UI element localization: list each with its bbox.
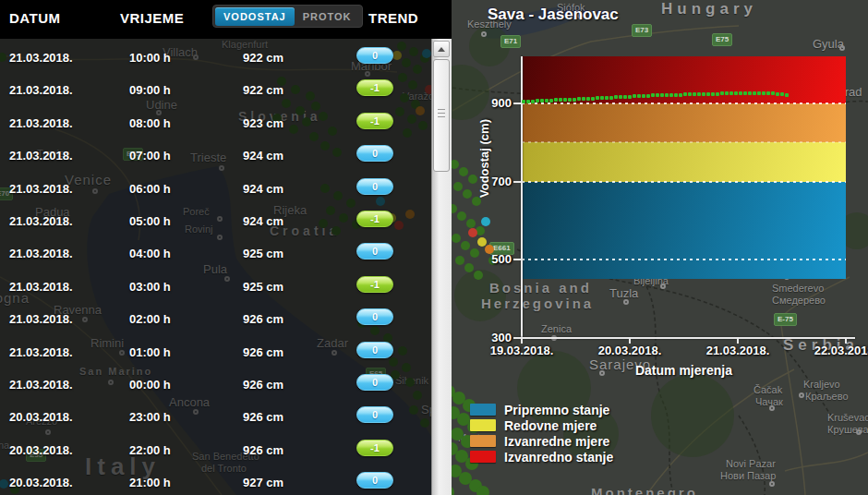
table-row[interactable]: 21.03.2018.03:00 h925 cm-1: [0, 272, 431, 304]
y-tick-label: 300: [475, 331, 512, 344]
series-dot: [545, 99, 549, 103]
column-header-datum: DATUM: [9, 10, 61, 26]
table-row[interactable]: 21.03.2018.04:00 h925 cm0: [0, 238, 431, 271]
series-dot: [642, 94, 645, 98]
row-value: 926 cm: [243, 345, 317, 359]
station-marker-icon[interactable]: [455, 256, 464, 265]
table-row[interactable]: 21.03.2018.01:00 h926 cm0: [0, 337, 431, 369]
station-marker-icon[interactable]: [466, 219, 476, 228]
station-marker-icon[interactable]: [468, 228, 477, 237]
series-dot: [614, 95, 618, 99]
series-dot: [660, 93, 664, 97]
series-dot: [711, 92, 715, 96]
x-axis-title: Datum mjerenja: [522, 363, 846, 378]
y-tick-label: 900: [475, 96, 512, 110]
station-marker-icon[interactable]: [474, 271, 483, 280]
station-marker-icon[interactable]: [476, 486, 489, 495]
station-marker-icon[interactable]: [470, 248, 479, 258]
row-date: 20.03.2018.: [9, 476, 111, 489]
table-row[interactable]: 21.03.2018.07:00 h924 cm0: [0, 140, 431, 173]
row-date: 21.03.2018.: [9, 149, 111, 163]
station-marker-icon[interactable]: [472, 197, 481, 206]
scrollbar-thumb[interactable]: [433, 59, 450, 172]
series-dot: [716, 92, 719, 96]
x-tick: [629, 339, 631, 344]
station-marker-icon[interactable]: [468, 175, 477, 184]
city-dot-icon: [769, 405, 775, 411]
row-date: 21.03.2018.: [9, 116, 111, 130]
series-dot: [665, 93, 669, 97]
vodostaj-tab[interactable]: VODOSTAJ: [215, 7, 295, 26]
row-date: 21.03.2018.: [9, 247, 111, 260]
row-time: 05:00 h: [129, 214, 203, 228]
row-time: 22:00 h: [129, 443, 203, 457]
table-row[interactable]: 20.03.2018.23:00 h926 cm0: [0, 402, 431, 434]
trend-badge: 0: [356, 308, 393, 325]
row-time: 09:00 h: [129, 83, 203, 97]
protok-tab[interactable]: PROTOK: [295, 7, 360, 26]
table-row[interactable]: 21.03.2018.08:00 h923 cm-1: [0, 108, 431, 140]
series-dot: [646, 94, 650, 98]
table-row[interactable]: 21.03.2018.02:00 h926 cm0: [0, 304, 431, 336]
x-tick-label: 20.03.2018.: [593, 344, 667, 357]
scroll-up-icon[interactable]: [433, 41, 450, 57]
row-time: 06:00 h: [129, 182, 203, 196]
table-row[interactable]: 20.03.2018.22:00 h926 cm-1: [0, 435, 431, 467]
series-dot: [697, 92, 701, 96]
station-marker-icon[interactable]: [457, 211, 466, 221]
station-marker-icon[interactable]: [467, 420, 480, 433]
station-marker-icon[interactable]: [464, 263, 474, 272]
series-dot: [739, 91, 742, 95]
series-dot: [568, 98, 572, 102]
series-dot: [688, 92, 692, 96]
series-dot: [628, 95, 632, 99]
table-row[interactable]: 21.03.2018.05:00 h924 cm-1: [0, 206, 431, 238]
trend-badge: -1: [356, 113, 393, 129]
table-row[interactable]: 21.03.2018.10:00 h922 cm0: [0, 42, 431, 75]
row-value: 924 cm: [243, 214, 317, 228]
table-header: DATUM VRIJEME VODOSTAJ PROTOK TREND: [0, 0, 452, 39]
table-row[interactable]: 20.03.2018.21:00 h927 cm0: [0, 467, 431, 495]
row-time: 02:00 h: [129, 312, 203, 326]
trend-badge: 0: [356, 374, 393, 391]
series-dot: [656, 93, 659, 97]
map-label: Čačak: [753, 384, 782, 395]
y-tick-label: 700: [475, 175, 512, 188]
station-marker-icon[interactable]: [452, 234, 461, 243]
station-marker-icon[interactable]: [485, 245, 494, 254]
row-date: 21.03.2018.: [9, 312, 111, 326]
series-dot: [559, 98, 562, 102]
row-value: 926 cm: [243, 312, 317, 326]
station-marker-icon[interactable]: [488, 256, 498, 265]
column-header-trend: TREND: [368, 10, 418, 26]
station-marker-icon[interactable]: [453, 182, 463, 191]
table-row[interactable]: 21.03.2018.00:00 h926 cm0: [0, 369, 431, 402]
station-marker-icon[interactable]: [461, 435, 474, 448]
table-row[interactable]: 21.03.2018.09:00 h922 cm-1: [0, 75, 431, 107]
legend-row: Pripremno stanje: [470, 402, 613, 417]
road-badge-icon: E71: [500, 35, 521, 48]
row-time: 21:00 h: [129, 476, 203, 489]
alert-band-0: [522, 182, 846, 280]
station-marker-icon[interactable]: [463, 189, 472, 199]
series-dot: [591, 97, 595, 101]
station-marker-icon[interactable]: [459, 167, 468, 176]
series-dot: [573, 98, 576, 102]
x-tick-label: 19.03.2018.: [485, 344, 559, 357]
series-dot: [771, 91, 775, 95]
station-marker-icon[interactable]: [481, 217, 490, 226]
station-marker-icon[interactable]: [465, 457, 478, 470]
row-value: 924 cm: [243, 182, 317, 196]
series-dot: [619, 95, 622, 99]
map-label: Zenica: [541, 323, 572, 334]
station-marker-icon[interactable]: [463, 399, 476, 412]
x-tick: [521, 339, 523, 344]
series-dot: [563, 98, 567, 102]
row-date: 21.03.2018.: [9, 214, 111, 228]
station-marker-icon[interactable]: [461, 241, 470, 250]
app-screen: zanoKlagenfurtVillachMariborUdineVaraždi…: [0, 0, 868, 495]
series-dot: [623, 95, 627, 99]
series-dot: [762, 91, 766, 95]
row-time: 07:00 h: [129, 149, 203, 163]
table-row[interactable]: 21.03.2018.06:00 h924 cm0: [0, 174, 431, 206]
